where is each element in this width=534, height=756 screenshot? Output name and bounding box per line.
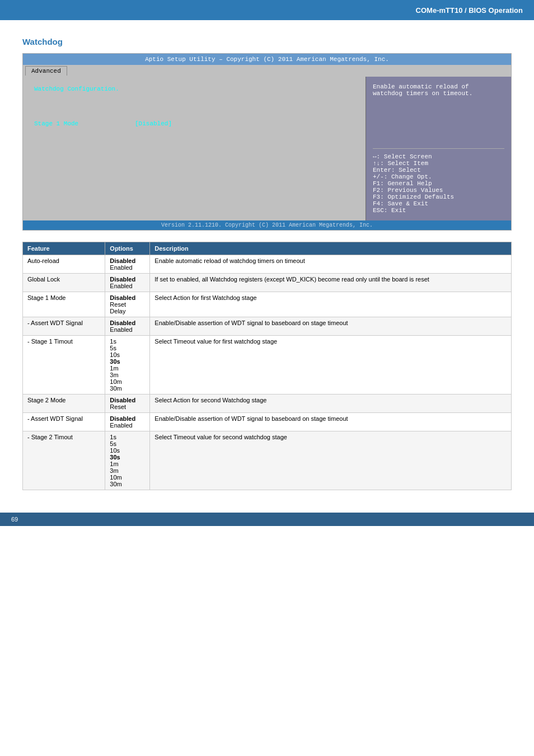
shortcut-select-item: ↑↓: Select Item	[373, 160, 504, 167]
cell-feature: Global Lock	[23, 274, 105, 292]
option-value: 1m	[110, 461, 145, 467]
cell-description: Enable/Disable assertion of WDT signal t…	[150, 413, 512, 431]
cell-feature: - Stage 1 Timout	[23, 336, 105, 395]
bios-tab-row: Advanced	[23, 65, 511, 77]
option-value: Enabled	[110, 422, 145, 429]
bios-divider	[373, 148, 504, 149]
option-value: 30s	[110, 358, 145, 365]
cell-feature: Stage 1 Mode	[23, 292, 105, 317]
bios-tab-advanced[interactable]: Advanced	[25, 66, 67, 76]
cell-feature: - Stage 2 Timout	[23, 431, 105, 490]
bios-value-global-lock: [Disabled]	[135, 105, 172, 111]
shortcut-select-screen: ↔: Select Screen	[373, 153, 504, 160]
table-row: Auto-reloadDisabledEnabledEnable automat…	[23, 255, 512, 274]
header-title: COMe-mTT10 / BIOS Operation	[416, 6, 523, 15]
page-footer: 69	[0, 513, 534, 526]
shortcut-f2: F2: Previous Values	[373, 187, 504, 194]
option-value: 30m	[110, 385, 145, 392]
cell-feature: Auto-reload	[23, 255, 105, 274]
option-value: 1s	[110, 338, 145, 345]
option-value: Enabled	[110, 326, 145, 333]
cell-options: DisabledEnabled	[105, 274, 150, 292]
bios-value-stage1-mode: [Disabled]	[135, 120, 172, 127]
page-number: 69	[11, 516, 18, 523]
option-value: Disabled	[110, 320, 145, 326]
option-value: Disabled	[110, 276, 145, 283]
bios-left-panel: Watchdog Configuration. Auto-reload [Dis…	[23, 77, 366, 220]
cell-description: Select Action for first Watchdog stage	[150, 292, 512, 317]
cell-options: DisabledEnabled	[105, 317, 150, 336]
bios-screenshot: Aptio Setup Utility – Copyright (C) 2011…	[22, 53, 512, 231]
main-content: Watchdog Aptio Setup Utility – Copyright…	[0, 20, 534, 501]
bios-body: Watchdog Configuration. Auto-reload [Dis…	[23, 77, 511, 220]
bios-label-global-lock: Global Lock	[34, 105, 135, 111]
option-value: Disabled	[110, 257, 145, 264]
option-value: 3m	[110, 467, 145, 474]
table-header-row: Feature Options Description	[23, 242, 512, 255]
cell-options: DisabledEnabled	[105, 413, 150, 431]
shortcut-f4: F4: Save & Exit	[373, 200, 504, 207]
feature-table: Feature Options Description Auto-reloadD…	[22, 242, 512, 490]
option-value: 3m	[110, 372, 145, 378]
bios-help-text: Enable automatic reload ofwatchdog timer…	[373, 83, 504, 139]
table-row: - Assert WDT SignalDisabledEnabledEnable…	[23, 413, 512, 431]
top-header: COMe-mTT10 / BIOS Operation	[0, 0, 534, 20]
option-value: Delay	[110, 308, 145, 314]
cell-options: DisabledResetDelay	[105, 292, 150, 317]
option-value: Disabled	[110, 415, 145, 422]
cell-feature: Stage 2 Mode	[23, 395, 105, 413]
bios-field-auto-reload: Auto-reload [Disabled]	[34, 97, 354, 104]
col-options: Options	[105, 242, 150, 255]
cell-feature: - Assert WDT Signal	[23, 317, 105, 336]
cell-options: DisabledReset	[105, 395, 150, 413]
shortcut-f1: F1: General Help	[373, 180, 504, 187]
bios-value-auto-reload: [Disabled]	[135, 97, 172, 104]
option-value: 1s	[110, 434, 145, 440]
cell-description: Enable/Disable assertion of WDT signal t…	[150, 317, 512, 336]
table-row: - Assert WDT SignalDisabledEnabledEnable…	[23, 317, 512, 336]
shortcut-esc: ESC: Exit	[373, 207, 504, 214]
table-row: Global LockDisabledEnabledIf set to enab…	[23, 274, 512, 292]
cell-description: Select Action for second Watchdog stage	[150, 395, 512, 413]
option-value: Reset	[110, 301, 145, 308]
bios-config-title: Watchdog Configuration.	[34, 86, 354, 92]
col-feature: Feature	[23, 242, 105, 255]
cell-description: If set to enabled, all Watchdog register…	[150, 274, 512, 292]
bios-footer: Version 2.11.1210. Copyright (C) 2011 Am…	[23, 220, 511, 230]
shortcut-enter: Enter: Select	[373, 167, 504, 173]
bios-titlebar: Aptio Setup Utility – Copyright (C) 2011…	[23, 54, 511, 65]
shortcut-f3: F3: Optimized Defaults	[373, 194, 504, 200]
bios-right-panel: Enable automatic reload ofwatchdog timer…	[366, 77, 511, 220]
option-value: 10m	[110, 474, 145, 481]
cell-options: 1s5s10s30s1m3m10m30m	[105, 431, 150, 490]
option-value: 10s	[110, 351, 145, 358]
bios-field-stage1-mode: Stage 1 Mode [Disabled]	[34, 120, 354, 127]
option-value: Reset	[110, 403, 145, 410]
option-value: Disabled	[110, 397, 145, 403]
cell-options: 1s5s10s30s1m3m10m30m	[105, 336, 150, 395]
table-row: - Stage 1 Timout1s5s10s30s1m3m10m30mSele…	[23, 336, 512, 395]
option-value: Disabled	[110, 294, 145, 301]
section-title: Watchdog	[22, 37, 512, 46]
table-row: Stage 2 ModeDisabledResetSelect Action f…	[23, 395, 512, 413]
cell-feature: - Assert WDT Signal	[23, 413, 105, 431]
cell-description: Select Timeout value for first watchdog …	[150, 336, 512, 395]
option-value: 5s	[110, 345, 145, 351]
option-value: Enabled	[110, 283, 145, 289]
col-description: Description	[150, 242, 512, 255]
option-value: 30s	[110, 454, 145, 461]
option-value: 10m	[110, 378, 145, 385]
option-value: 1m	[110, 365, 145, 372]
option-value: 30m	[110, 481, 145, 487]
bios-field-global-lock: Global Lock [Disabled]	[34, 105, 354, 111]
bios-label-auto-reload: Auto-reload	[34, 97, 135, 104]
option-value: Enabled	[110, 264, 145, 271]
option-value: 5s	[110, 440, 145, 447]
bios-shortcuts: ↔: Select Screen ↑↓: Select Item Enter: …	[373, 153, 504, 214]
table-row: - Stage 2 Timout1s5s10s30s1m3m10m30mSele…	[23, 431, 512, 490]
cell-options: DisabledEnabled	[105, 255, 150, 274]
cell-description: Select Timeout value for second watchdog…	[150, 431, 512, 490]
cell-description: Enable automatic reload of watchdog time…	[150, 255, 512, 274]
option-value: 10s	[110, 447, 145, 454]
table-row: Stage 1 ModeDisabledResetDelaySelect Act…	[23, 292, 512, 317]
